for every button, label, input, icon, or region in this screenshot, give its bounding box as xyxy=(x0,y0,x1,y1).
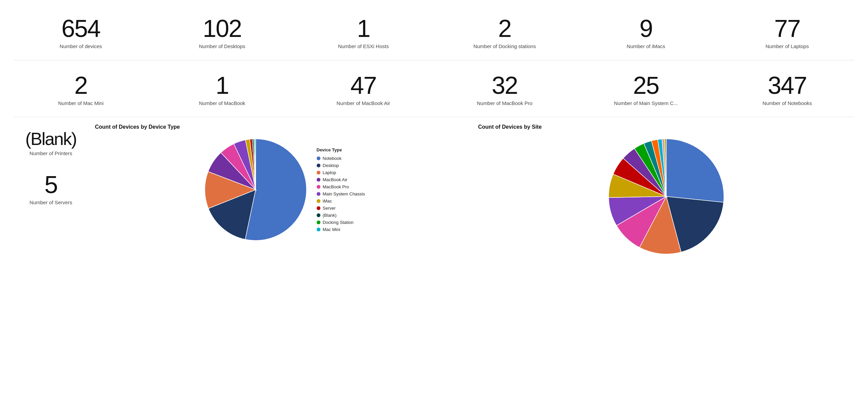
stat-card: 32Number of MacBook Pro xyxy=(437,67,572,110)
legend-item: MacBook Pro xyxy=(317,184,365,189)
stat-card: 1Number of MacBook xyxy=(155,67,290,110)
stat-label: Number of MacBook Air xyxy=(336,100,390,106)
stat-card: 2Number of Mac Mini xyxy=(14,67,148,110)
legend-label: Docking Station xyxy=(323,220,354,225)
stat-card: 47Number of MacBook Air xyxy=(296,67,431,110)
legend-dot xyxy=(317,221,320,224)
stat-card: 9Number of iMacs xyxy=(579,10,713,53)
legend-dot xyxy=(317,171,320,174)
divider-1 xyxy=(14,60,854,60)
legend-label: Notebook xyxy=(323,156,342,161)
legend-label: Server xyxy=(323,206,336,211)
stat-label: Number of Notebooks xyxy=(763,100,812,106)
stat-number: 2 xyxy=(498,16,511,41)
legend-title: Device Type xyxy=(317,147,365,152)
stat-card: 1Number of ESXi Hosts xyxy=(296,10,431,53)
stat-card: 2Number of Docking stations xyxy=(437,10,572,53)
stat-label: Number of ESXi Hosts xyxy=(338,43,389,49)
legend-label: MacBook Air xyxy=(323,177,348,182)
stat-number: 77 xyxy=(774,16,800,41)
legend-label: iMac xyxy=(323,198,332,204)
stat-label: Number of Main System C... xyxy=(614,100,678,106)
stat-card: 347Number of Notebooks xyxy=(720,67,854,110)
stat-number: 2 xyxy=(74,73,87,98)
legend-item: Server xyxy=(317,206,365,211)
legend-dot xyxy=(317,228,320,231)
legend-dot xyxy=(317,164,320,167)
stat-number: 347 xyxy=(768,73,807,98)
legend-item: Laptop xyxy=(317,170,365,175)
stat-number: 654 xyxy=(61,16,100,41)
stat-label: Number of Laptops xyxy=(766,43,809,49)
left-stats: (Blank)Number of Printers5Number of Serv… xyxy=(14,124,88,215)
legend-item: Notebook xyxy=(317,156,365,161)
legend-label: Laptop xyxy=(323,170,336,175)
legend-dot xyxy=(317,213,320,217)
legend-dot xyxy=(317,192,320,196)
stat-number: 32 xyxy=(492,73,517,98)
legend-label: MacBook Pro xyxy=(323,184,349,189)
legend-dot xyxy=(317,185,320,189)
pie-chart-by-site xyxy=(605,135,727,257)
chart-device-type-title: Count of Devices by Device Type xyxy=(95,124,180,130)
stat-label: Number of Desktops xyxy=(199,43,245,49)
stat-label: Number of Docking stations xyxy=(473,43,536,49)
stat-number: 25 xyxy=(633,73,659,98)
divider-2 xyxy=(14,117,854,117)
stat-label: Number of iMacs xyxy=(627,43,665,49)
stat-label-bottom: Number of Servers xyxy=(29,200,72,205)
legend-label: Desktop xyxy=(323,163,339,168)
stat-label: Number of MacBook Pro xyxy=(477,100,532,106)
pie-chart-device-type xyxy=(201,135,310,244)
legend-dot xyxy=(317,178,320,182)
stat-label: Number of Mac Mini xyxy=(58,100,103,106)
stats-row-2: 2Number of Mac Mini1Number of MacBook47N… xyxy=(14,67,854,110)
legend-item: Desktop xyxy=(317,163,365,168)
stats-row-1: 654Number of devices102Number of Desktop… xyxy=(14,10,854,53)
stat-number: 1 xyxy=(357,16,370,41)
chart-by-site: Count of Devices by Site xyxy=(478,124,854,257)
legend-item: iMac xyxy=(317,198,365,204)
device-type-legend: Device Type NotebookDesktopLaptopMacBook… xyxy=(317,147,365,232)
stat-label-bottom: Number of Printers xyxy=(29,150,72,156)
stat-number: 9 xyxy=(639,16,652,41)
legend-item: Docking Station xyxy=(317,220,365,225)
stat-card-bottom: 5Number of Servers xyxy=(14,166,88,215)
legend-item: Main System Chassis xyxy=(317,191,365,196)
stat-card: 654Number of devices xyxy=(14,10,148,53)
stat-number: 102 xyxy=(203,16,241,41)
stat-number: 1 xyxy=(216,73,229,98)
legend-item: Mac Mini xyxy=(317,227,365,232)
stat-card: 102Number of Desktops xyxy=(155,10,290,53)
bottom-section: (Blank)Number of Printers5Number of Serv… xyxy=(14,124,854,257)
legend-label: (Blank) xyxy=(323,213,337,218)
chart-device-type: Count of Devices by Device Type Device T… xyxy=(95,124,471,244)
stat-number: 47 xyxy=(351,73,376,98)
stat-label: Number of MacBook xyxy=(199,100,245,106)
legend-dot xyxy=(317,199,320,203)
legend-item: (Blank) xyxy=(317,213,365,218)
legend-dot xyxy=(317,206,320,210)
stat-card-bottom: (Blank)Number of Printers xyxy=(14,124,88,166)
legend-label: Mac Mini xyxy=(323,227,340,232)
chart-device-type-wrapper: Device Type NotebookDesktopLaptopMacBook… xyxy=(201,135,365,244)
chart-by-site-title: Count of Devices by Site xyxy=(478,124,542,130)
legend-dot xyxy=(317,156,320,160)
stat-card: 25Number of Main System C... xyxy=(579,67,713,110)
stat-card: 77Number of Laptops xyxy=(720,10,854,53)
stat-label: Number of devices xyxy=(60,43,102,49)
stat-number-bottom: 5 xyxy=(44,172,57,197)
legend-item: MacBook Air xyxy=(317,177,365,182)
stat-number-bottom: (Blank) xyxy=(25,130,77,148)
legend-label: Main System Chassis xyxy=(323,191,365,196)
